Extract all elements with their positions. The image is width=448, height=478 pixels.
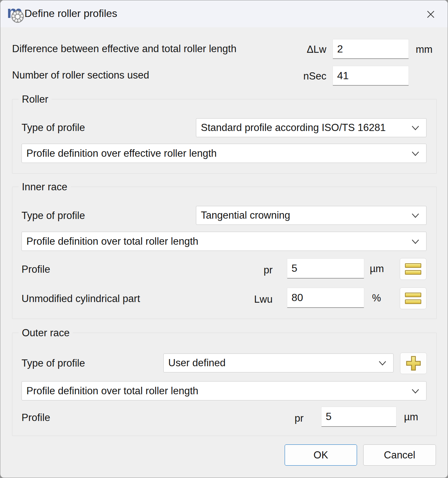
roller-definition-dropdown[interactable]: Profile definition over effective roller… [22, 144, 426, 163]
group-outer-race-title: Outer race [19, 327, 73, 339]
chevron-down-icon [411, 237, 420, 246]
roller-type-value: Standard profile according ISO/TS 16281 [201, 122, 408, 134]
group-inner-race-title: Inner race [19, 181, 71, 193]
outer-type-dropdown[interactable]: User defined [163, 354, 394, 372]
inner-unmodified-input[interactable] [287, 288, 364, 308]
nsec-symbol: nSec [287, 70, 326, 82]
outer-profile-input[interactable] [321, 407, 396, 427]
define-roller-profiles-dialog: m Define roller profiles Difference betw… [0, 0, 448, 478]
outer-profile-symbol: pr [277, 413, 304, 424]
outer-definition-value: Profile definition over total roller len… [26, 385, 408, 397]
outer-type-label: Type of profile [22, 357, 85, 369]
chevron-down-icon [411, 210, 420, 220]
bearing-logo-icon: m [7, 4, 26, 24]
inner-unmodified-unit: % [372, 292, 381, 304]
delta-lw-symbol: ΔLw [287, 44, 326, 55]
cancel-button[interactable]: Cancel [363, 444, 436, 466]
close-button[interactable] [422, 6, 439, 23]
delta-lw-label: Difference between effective and total r… [12, 43, 236, 55]
inner-profile-symbol: pr [245, 264, 273, 276]
inner-profile-table-button[interactable] [400, 258, 426, 280]
inner-type-dropdown[interactable]: Tangential crowning [196, 206, 426, 225]
roller-type-label: Type of profile [22, 122, 85, 134]
outer-definition-dropdown[interactable]: Profile definition over total roller len… [22, 381, 426, 400]
inner-unmodified-table-button[interactable] [400, 287, 426, 309]
inner-profile-label: Profile [22, 264, 50, 275]
inner-profile-unit: µm [370, 263, 384, 275]
inner-type-label: Type of profile [22, 210, 85, 222]
chevron-down-icon [411, 123, 420, 133]
inner-unmodified-label: Unmodified cylindrical part [22, 293, 140, 305]
nsec-label: Number of roller sections used [12, 69, 149, 81]
inner-type-value: Tangential crowning [201, 210, 408, 221]
outer-profile-label: Profile [22, 412, 50, 424]
chevron-down-icon [378, 358, 387, 368]
window-title: Define roller profiles [24, 7, 117, 20]
data-table-icon [405, 270, 421, 275]
outer-profile-unit: µm [404, 411, 418, 423]
inner-definition-value: Profile definition over total roller len… [26, 236, 408, 247]
inner-profile-input[interactable] [287, 258, 364, 279]
title-bar: m Define roller profiles [0, 0, 448, 27]
roller-definition-value: Profile definition over effective roller… [26, 148, 408, 159]
chevron-down-icon [411, 149, 420, 158]
add-icon [405, 355, 422, 372]
inner-definition-dropdown[interactable]: Profile definition over total roller len… [22, 232, 426, 251]
inner-unmodified-symbol: Lwu [245, 294, 273, 305]
ok-button[interactable]: OK [285, 444, 357, 466]
data-table-icon [405, 299, 421, 304]
group-roller-title: Roller [19, 94, 52, 105]
outer-type-value: User defined [168, 357, 375, 369]
nsec-input[interactable] [333, 66, 409, 86]
data-table-icon [405, 263, 421, 268]
roller-type-dropdown[interactable]: Standard profile according ISO/TS 16281 [196, 118, 426, 137]
delta-lw-unit: mm [416, 44, 433, 55]
chevron-down-icon [411, 386, 420, 396]
add-profile-point-button[interactable] [400, 353, 427, 374]
data-table-icon [405, 293, 421, 297]
close-icon [426, 9, 436, 20]
delta-lw-input[interactable] [333, 39, 409, 59]
